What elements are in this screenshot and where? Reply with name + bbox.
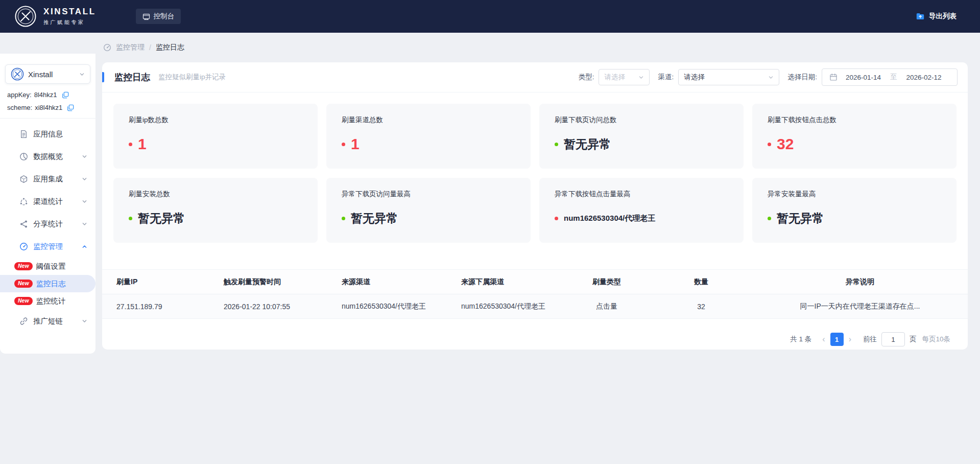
document-icon [19, 130, 28, 138]
pagination: 共 1 条 ‹ 1 › 前往 页 每页10条 [102, 332, 968, 346]
stat-value: num1626530304/代理老王 [564, 214, 655, 223]
chevron-down-icon [638, 75, 644, 80]
sidebar-item-app-info[interactable]: 应用信息 [0, 123, 95, 145]
filter-bar: 类型: 请选择 渠道: 请选择 选择日期: [570, 68, 958, 86]
sidebar-item-channel-stats[interactable]: 渠道统计 [0, 190, 95, 213]
page-subtitle: 监控疑似刷量ip并记录 [158, 73, 226, 82]
monitor-gauge-icon [19, 242, 28, 251]
green-dot [129, 217, 132, 220]
app-selector[interactable]: Xinstall [5, 64, 90, 84]
monitor-gauge-icon [103, 43, 111, 52]
green-dot [342, 217, 345, 220]
date-start-value: 2026-01-14 [846, 74, 881, 81]
top-navbar: XINSTALL 推广赋能专家 控制台 导出列表 [0, 0, 980, 33]
green-dot [555, 143, 558, 146]
appkey-row: appKey: 8l4hkz1 [0, 88, 95, 101]
appkey-value: 8l4hkz1 [34, 91, 57, 99]
breadcrumb: 监控管理 / 监控日志 [103, 33, 184, 62]
sidebar-item-threshold-settings[interactable]: New 阈值设置 [0, 258, 95, 275]
sidebar: Xinstall appKey: 8l4hkz1 scheme: xi8l4hk… [0, 54, 95, 354]
xinstall-logo-small [11, 67, 24, 81]
channel-filter-label: 渠道: [658, 73, 674, 82]
sidebar-item-promo-shortlink[interactable]: 推广短链 [0, 310, 95, 332]
stat-cards: 刷量ip数总数 1 刷量渠道总数 1 刷量下载页访问总数 暂无异常 刷量下载按钮… [113, 104, 957, 243]
copy-icon[interactable] [62, 91, 69, 99]
red-dot [129, 143, 132, 146]
goto-label: 前往 [863, 335, 877, 344]
green-dot [768, 217, 771, 220]
channel-cycle-icon [19, 197, 28, 206]
sidebar-item-share-stats[interactable]: 分享统计 [0, 213, 95, 235]
new-badge: New [14, 262, 33, 270]
chevron-down-icon [768, 75, 774, 80]
export-list-button[interactable]: 导出列表 [913, 11, 960, 21]
next-page-button[interactable]: › [845, 335, 855, 343]
stat-card-fake-ip-total: 刷量ip数总数 1 [113, 104, 318, 169]
stat-value: 暂无异常 [564, 136, 611, 152]
date-end-value: 2026-02-12 [906, 74, 942, 81]
cell-ip: 27.151.189.79 [102, 294, 219, 319]
column-header: 刷量类型 [563, 270, 650, 294]
column-header: 来源渠道 [337, 270, 456, 294]
stat-value: 暂无异常 [138, 211, 185, 226]
stat-card-abnormal-install-top: 异常安装量最高 暂无异常 [752, 178, 957, 243]
table-row: 27.151.189.79 2026-01-22 10:07:55 num162… [102, 294, 968, 319]
column-header: 异常说明 [752, 270, 968, 294]
stat-card-fake-pageview-total: 刷量下载页访问总数 暂无异常 [539, 104, 744, 169]
cell-fake-type: 点击量 [563, 294, 650, 319]
monitor-log-table: 刷量IP 触发刷量预警时间 来源渠道 来源下属渠道 刷量类型 数量 异常说明 2… [102, 269, 968, 319]
channel-select[interactable]: 请选择 [678, 69, 779, 85]
red-dot [342, 143, 345, 146]
sidebar-divider [0, 118, 95, 119]
panel-header: 监控日志 监控疑似刷量ip并记录 类型: 请选择 渠道: 请选择 选择日期: [102, 62, 968, 92]
chevron-down-icon [79, 72, 85, 77]
breadcrumb-section[interactable]: 监控管理 [116, 43, 145, 52]
stat-card-abnormal-pageview-top: 异常下载页访问量最高 暂无异常 [326, 178, 531, 243]
page-title: 监控日志 [114, 71, 150, 83]
red-dot [555, 217, 558, 220]
page-unit-label: 页 [910, 335, 917, 344]
type-select[interactable]: 请选择 [599, 69, 650, 85]
prev-page-button[interactable]: ‹ [819, 335, 828, 343]
date-filter-label: 选择日期: [787, 73, 817, 82]
chevron-down-icon [82, 176, 87, 182]
calendar-icon [829, 73, 838, 81]
breadcrumb-current: 监控日志 [156, 43, 184, 52]
stat-card-fake-click-total: 刷量下载按钮点击总数 32 [752, 104, 957, 169]
brand-title: XINSTALL [43, 7, 96, 17]
scheme-value: xi8l4hkz1 [35, 104, 62, 111]
pagination-total: 共 1 条 [790, 335, 811, 344]
scheme-label: scheme: [7, 104, 32, 111]
page-1-button[interactable]: 1 [830, 333, 844, 346]
pie-chart-icon [19, 152, 28, 161]
goto-page-input[interactable] [881, 332, 905, 346]
sidebar-item-app-integration[interactable]: 应用集成 [0, 168, 95, 190]
per-page-label: 每页10条 [922, 335, 950, 344]
type-filter-label: 类型: [579, 73, 594, 82]
new-badge: New [14, 297, 33, 305]
date-to-label: 至 [890, 73, 897, 82]
app-selector-value: Xinstall [28, 70, 53, 79]
export-upload-icon [916, 12, 925, 21]
column-header: 触发刷量预警时间 [219, 270, 337, 294]
column-header: 数量 [650, 270, 752, 294]
brand-subtitle: 推广赋能专家 [43, 19, 96, 26]
copy-icon[interactable] [67, 104, 74, 111]
console-button[interactable]: 控制台 [136, 9, 181, 24]
sidebar-item-monitor-log[interactable]: New 监控日志 [0, 275, 95, 292]
share-nodes-icon [19, 220, 28, 228]
stat-value: 1 [351, 135, 360, 153]
stat-value: 暂无异常 [351, 211, 398, 226]
cell-abnormal-desc: 同一IP一天内在代理老王渠道存在点... [752, 294, 968, 319]
main-panel: 监控日志 监控疑似刷量ip并记录 类型: 请选择 渠道: 请选择 选择日期: [102, 62, 968, 350]
sidebar-item-monitor-management[interactable]: 监控管理 [0, 235, 95, 258]
sidebar-item-data-overview[interactable]: 数据概览 [0, 145, 95, 168]
console-window-icon [142, 13, 150, 20]
date-range-picker[interactable]: 2026-01-14 至 2026-02-12 [822, 68, 958, 86]
stat-value: 32 [777, 135, 794, 153]
breadcrumb-separator: / [149, 43, 151, 52]
sidebar-menu: 应用信息 数据概览 应用集成 [0, 123, 95, 332]
chevron-down-icon [82, 318, 87, 324]
console-button-label: 控制台 [154, 12, 175, 21]
sidebar-item-monitor-stats[interactable]: New 监控统计 [0, 292, 95, 310]
